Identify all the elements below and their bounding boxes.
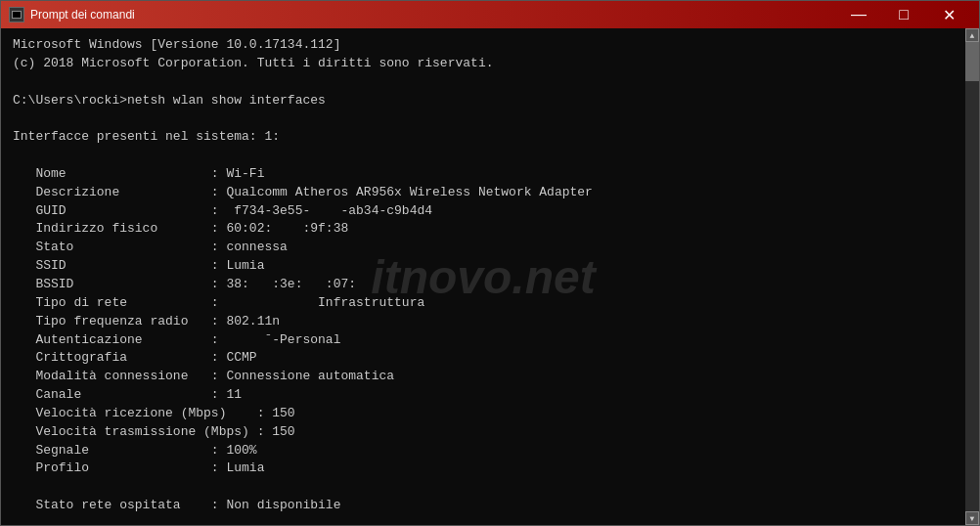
cmd-window: Prompt dei comandi — □ ✕ Microsoft Windo… (0, 0, 980, 526)
scrollbar-track[interactable] (965, 42, 979, 511)
close-button[interactable]: ✕ (926, 1, 971, 28)
cmd-icon (9, 7, 24, 22)
title-bar: Prompt dei comandi — □ ✕ (1, 1, 979, 28)
title-bar-left: Prompt dei comandi (9, 7, 135, 22)
minimize-button[interactable]: — (836, 1, 881, 28)
scrollbar[interactable]: ▲ ▼ (965, 28, 979, 525)
window-title: Prompt dei comandi (30, 8, 135, 22)
content-area: Microsoft Windows [Versione 10.0.17134.1… (1, 28, 979, 525)
terminal-wrapper: Microsoft Windows [Versione 10.0.17134.1… (1, 28, 965, 525)
terminal-output[interactable]: Microsoft Windows [Versione 10.0.17134.1… (1, 28, 965, 525)
maximize-button[interactable]: □ (881, 1, 926, 28)
window-controls: — □ ✕ (836, 1, 971, 28)
scroll-down-button[interactable]: ▼ (965, 511, 979, 525)
scroll-up-button[interactable]: ▲ (965, 28, 979, 42)
scrollbar-thumb[interactable] (965, 42, 979, 81)
